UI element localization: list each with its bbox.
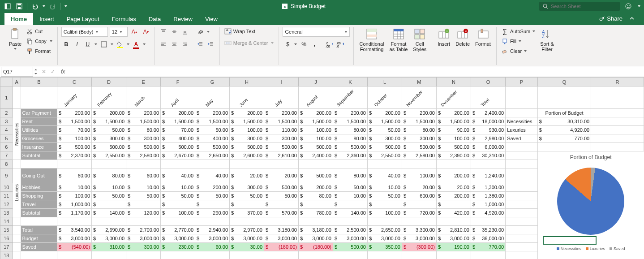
comma-icon[interactable]: ,	[309, 39, 319, 49]
percent-icon[interactable]: %	[299, 39, 309, 49]
cell[interactable]: $500.00	[264, 183, 299, 191]
cell[interactable]: $2,390.00	[436, 151, 471, 160]
cell[interactable]: $500.00	[333, 143, 367, 151]
font-color-button[interactable]: A	[131, 39, 141, 49]
row-header[interactable]: 7	[0, 151, 13, 160]
cell[interactable]: $1,500.00	[436, 117, 471, 126]
align-middle-icon[interactable]	[169, 27, 179, 37]
cell[interactable]: $100.00	[298, 126, 333, 134]
cell[interactable]	[436, 251, 471, 259]
cell[interactable]: $200.00	[436, 109, 471, 117]
cell[interactable]: $50.00	[367, 126, 402, 134]
panel-toggle-icon[interactable]	[3, 1, 13, 11]
font-color-caret-icon[interactable]	[142, 39, 146, 49]
row-label[interactable]: Rent	[21, 117, 57, 126]
cell[interactable]: $2,650.00	[367, 225, 402, 234]
align-left-icon[interactable]	[159, 39, 168, 49]
increase-indent-icon[interactable]	[206, 39, 216, 49]
cell[interactable]: $1,500.00	[161, 117, 195, 126]
cell[interactable]: $200.00	[436, 191, 471, 200]
cell[interactable]: $2,670.00	[161, 151, 195, 160]
align-right-icon[interactable]	[180, 39, 190, 49]
row-label[interactable]: Saved	[21, 242, 57, 251]
cell[interactable]: $500.00	[298, 143, 333, 151]
cell[interactable]: $6,000.00	[471, 143, 505, 151]
col-header-K[interactable]: K	[333, 78, 367, 86]
cell[interactable]: $10.00	[333, 191, 367, 200]
row-label[interactable]: Travel	[21, 200, 57, 208]
cell[interactable]: $200.00	[57, 109, 92, 117]
cell[interactable]: $310.00	[92, 242, 126, 251]
cell[interactable]: $1,300.00	[471, 183, 505, 191]
cell[interactable]: $230.00	[161, 242, 195, 251]
col-header-B[interactable]: B	[21, 78, 57, 86]
month-header[interactable]: June	[230, 86, 264, 109]
cell[interactable]: $1,170.00	[57, 208, 92, 217]
cell[interactable]: $200.00	[298, 183, 333, 191]
cell[interactable]: $1,240.00	[471, 168, 505, 183]
cell[interactable]: $2,810.00	[436, 225, 471, 234]
cell[interactable]: $3,540.00	[57, 225, 92, 234]
month-header[interactable]: September	[333, 86, 367, 109]
orientation-icon[interactable]: ab	[195, 27, 205, 37]
col-header-P[interactable]: P	[506, 78, 538, 86]
currency-caret-icon[interactable]	[293, 39, 298, 49]
cell[interactable]: $770.00	[471, 242, 505, 251]
cell[interactable]: $1,500.00	[298, 117, 333, 126]
cell[interactable]: $110.00	[264, 126, 299, 134]
qat-customize-caret-icon[interactable]	[64, 1, 68, 11]
cell[interactable]: $140.00	[333, 208, 367, 217]
row-header[interactable]: 15	[0, 225, 13, 234]
cell[interactable]: $200.00	[195, 183, 230, 191]
row-header[interactable]: 16	[0, 234, 13, 242]
cell[interactable]: $400.00	[195, 134, 230, 143]
row-header[interactable]: 18	[0, 251, 13, 259]
feedback-caret-icon[interactable]	[637, 1, 641, 11]
cell[interactable]: $50.00	[92, 191, 126, 200]
cell[interactable]	[436, 160, 471, 168]
cell[interactable]: $80.00	[333, 168, 367, 183]
month-header[interactable]: December	[436, 86, 471, 109]
cell[interactable]: $-	[264, 200, 299, 208]
font-name-combo[interactable]: Calibri (Body)▼	[61, 27, 108, 37]
cell[interactable]	[591, 143, 644, 151]
cell[interactable]	[333, 251, 367, 259]
cell[interactable]	[21, 251, 57, 259]
format-cells-button[interactable]: Format	[473, 27, 493, 47]
month-header[interactable]: February	[92, 86, 126, 109]
cell[interactable]	[591, 86, 644, 109]
month-header[interactable]: May	[195, 86, 230, 109]
cell[interactable]: $(180.00)	[298, 242, 333, 251]
cell[interactable]: $2,970.00	[230, 225, 264, 234]
cell[interactable]: $500.00	[126, 143, 161, 151]
cell[interactable]: $3,180.00	[264, 225, 299, 234]
cell[interactable]: $3,000.00	[298, 234, 333, 242]
cell[interactable]: $50.00	[126, 191, 161, 200]
row-header[interactable]: 17	[0, 242, 13, 251]
cell[interactable]: $200.00	[92, 109, 126, 117]
wrap-text-button[interactable]: abcWrap Text	[223, 27, 256, 36]
conditional-formatting-button[interactable]: Conditional Formatting	[357, 27, 386, 53]
cell[interactable]: $200.00	[126, 109, 161, 117]
col-header-C[interactable]: C	[57, 78, 92, 86]
cell[interactable]: $3,000.00	[126, 234, 161, 242]
col-header-J[interactable]: J	[298, 78, 333, 86]
cell[interactable]: $300.00	[264, 134, 299, 143]
col-header-O[interactable]: O	[471, 78, 505, 86]
cell[interactable]: $4,920.00	[537, 126, 591, 134]
month-header[interactable]: November	[402, 86, 436, 109]
cell[interactable]: $3,000.00	[264, 234, 299, 242]
borders-caret-icon[interactable]	[110, 39, 114, 49]
cell[interactable]: $1,500.00	[126, 117, 161, 126]
italic-button[interactable]: I	[72, 39, 82, 49]
row-label[interactable]: Total	[21, 225, 57, 234]
cell[interactable]: $2,600.00	[230, 151, 264, 160]
col-header-E[interactable]: E	[126, 78, 161, 86]
cell[interactable]	[21, 217, 57, 225]
cell[interactable]: $2,940.00	[195, 225, 230, 234]
cell[interactable]	[436, 217, 471, 225]
cell[interactable]: $50.00	[367, 191, 402, 200]
cell[interactable]: $80.00	[402, 126, 436, 134]
row-label[interactable]: Shopping	[21, 191, 57, 200]
cell[interactable]	[195, 251, 230, 259]
